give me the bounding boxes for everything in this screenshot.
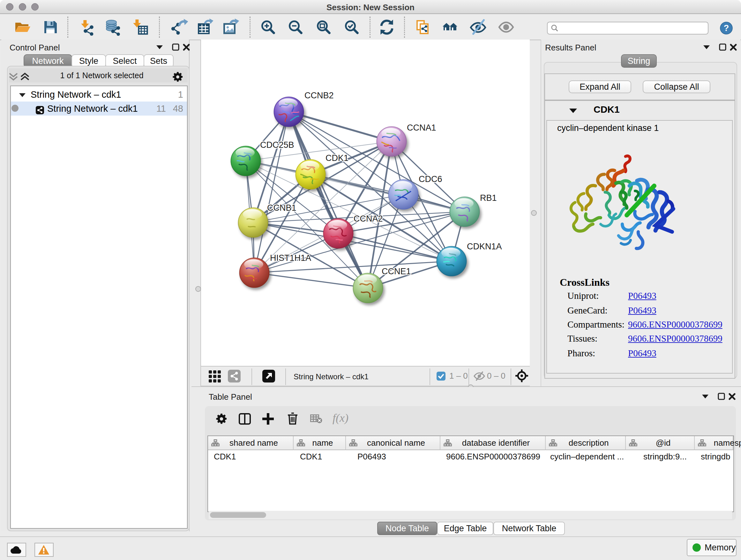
svg-text:?: ? <box>724 23 729 33</box>
svg-text:CCNE1: CCNE1 <box>382 266 411 276</box>
svg-text:CCNA2: CCNA2 <box>354 214 383 224</box>
svg-text:HIST1H1A: HIST1H1A <box>270 253 311 263</box>
svg-text:CCNB2: CCNB2 <box>305 91 334 100</box>
svg-text:CDK1: CDK1 <box>326 153 348 163</box>
svg-text:RB1: RB1 <box>480 193 497 203</box>
svg-text:CCNB1: CCNB1 <box>267 203 296 212</box>
svg-text:CDKN1A: CDKN1A <box>467 242 502 251</box>
svg-text:CDC25B: CDC25B <box>260 140 294 150</box>
svg-text:CDC6: CDC6 <box>419 174 442 184</box>
svg-text:CCNA1: CCNA1 <box>407 123 436 132</box>
